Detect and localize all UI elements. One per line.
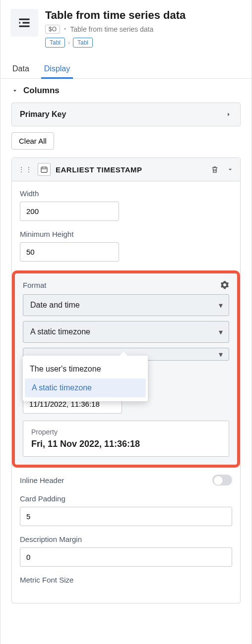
tabs: Data Display — [0, 59, 252, 79]
breadcrumb-item[interactable]: Tabl — [73, 38, 93, 48]
breadcrumb-sep: › — [68, 39, 70, 46]
format-type-value: Date and time — [30, 301, 80, 310]
width-input[interactable] — [20, 202, 119, 221]
column-body: Width Minimum Height Format Date and tim… — [12, 181, 240, 603]
inline-header-label: Inline Header — [20, 476, 64, 484]
column-card: ⋮⋮ EARLIEST TIMESTAMP Width Minimum Heig… — [11, 158, 241, 603]
desc-margin-input[interactable] — [20, 547, 232, 567]
chevron-down-icon[interactable] — [226, 165, 234, 173]
table-series-icon — [10, 9, 38, 37]
column-title: EARLIEST TIMESTAMP — [56, 165, 205, 174]
gear-icon[interactable] — [220, 280, 229, 289]
header-text: Table from time series data $O • Table f… — [45, 9, 186, 48]
chevron-down-icon — [11, 87, 18, 94]
card-padding-input[interactable] — [20, 507, 232, 526]
dropdown-option-user-tz[interactable]: The user's timezone — [23, 360, 148, 378]
primary-key-label: Primary Key — [20, 110, 66, 119]
caret-down-icon: ▾ — [219, 301, 223, 310]
column-head: ⋮⋮ EARLIEST TIMESTAMP — [12, 158, 240, 181]
min-height-label: Minimum Height — [20, 230, 232, 238]
caret-down-icon: ▾ — [219, 350, 223, 359]
format-highlight: Format Date and time ▾ A static timezone… — [12, 270, 240, 468]
dropdown-option-static-tz[interactable]: A static timezone — [25, 378, 146, 397]
clear-all-button[interactable]: Clear All — [11, 132, 54, 150]
property-value: Fri, 11 Nov 2022, 11:36:18 — [31, 439, 221, 449]
primary-key-panel[interactable]: Primary Key — [11, 103, 241, 126]
property-box: Property Fri, 11 Nov 2022, 11:36:18 — [23, 421, 229, 457]
chevron-right-icon — [225, 111, 232, 118]
card-padding-label: Card Padding — [20, 494, 232, 503]
columns-section-head[interactable]: Columns — [0, 79, 252, 103]
property-label: Property — [31, 428, 221, 436]
trash-icon[interactable] — [210, 165, 219, 174]
breadcrumb-item[interactable]: Tabl — [45, 38, 65, 48]
tab-display[interactable]: Display — [43, 59, 71, 78]
width-label: Width — [20, 189, 232, 198]
page-title: Table from time series data — [45, 9, 186, 22]
desc-margin-label: Description Margin — [20, 535, 232, 543]
header: Table from time series data $O • Table f… — [0, 0, 252, 53]
caret-down-icon: ▾ — [219, 327, 223, 337]
header-subtitle: Table from time series data — [70, 25, 153, 33]
so-badge: $O — [45, 25, 60, 34]
format-label: Format — [23, 281, 47, 289]
inline-header-toggle[interactable] — [212, 475, 232, 485]
timezone-mode-value: A static timezone — [30, 327, 90, 336]
breadcrumb: Tabl › Tabl — [45, 38, 186, 48]
format-type-select[interactable]: Date and time ▾ — [23, 294, 229, 316]
calendar-icon — [38, 163, 51, 176]
min-height-input[interactable] — [20, 242, 119, 262]
metric-font-label: Metric Font Size — [20, 576, 232, 584]
svg-rect-0 — [41, 167, 47, 172]
tab-data[interactable]: Data — [11, 59, 30, 78]
drag-handle-icon[interactable]: ⋮⋮ — [18, 166, 33, 173]
section-title: Columns — [23, 86, 60, 96]
header-meta: $O • Table from time series data — [45, 25, 186, 34]
timezone-mode-select[interactable]: A static timezone ▾ — [23, 321, 229, 343]
timezone-dropdown: The user's timezone A static timezone — [23, 356, 148, 401]
dot: • — [64, 26, 66, 33]
